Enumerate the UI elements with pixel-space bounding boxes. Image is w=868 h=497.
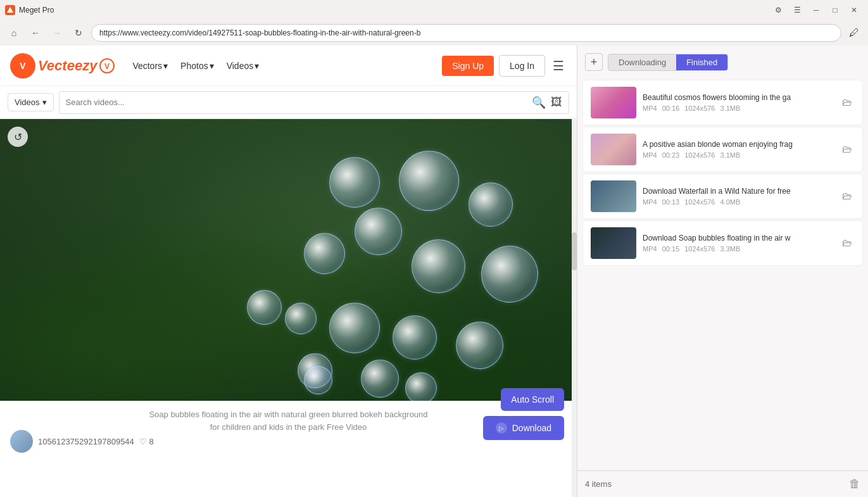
item-format: MP4: [643, 198, 657, 206]
hamburger-button[interactable]: ☰: [788, 4, 806, 16]
header-right: Sign Up Log In ☰: [442, 55, 567, 77]
main-layout: V Vecteezy V Vectors ▾ Photos ▾ Videos ▾: [0, 46, 868, 497]
item-folder-button[interactable]: 🗁: [840, 189, 855, 204]
bubble: [412, 239, 465, 293]
item-info: A positive asian blonde woman enjoying f…: [643, 140, 833, 159]
svg-text:V: V: [104, 62, 110, 71]
item-duration: 00:23: [662, 151, 680, 159]
maximize-button[interactable]: □: [826, 4, 844, 16]
item-resolution: 1024x576: [684, 151, 715, 159]
bubble: [399, 151, 459, 211]
search-input[interactable]: [66, 98, 527, 107]
site-header: V Vecteezy V Vectors ▾ Photos ▾ Videos ▾: [0, 46, 577, 86]
right-panel: + Downloading Finished Beautiful cosmos …: [577, 46, 868, 497]
item-format: MP4: [643, 245, 657, 253]
bubble: [285, 303, 317, 334]
login-button[interactable]: Log In: [499, 55, 545, 77]
back-button[interactable]: ←: [27, 24, 44, 42]
title-bar-left: Meget Pro: [5, 5, 54, 15]
video-frame[interactable]: ↺: [0, 119, 577, 401]
close-button[interactable]: ✕: [845, 4, 863, 16]
item-meta: MP4 00:15 1024x576 3.3MB: [643, 245, 833, 253]
bubble: [456, 322, 503, 369]
bubble: [304, 366, 332, 394]
tab-downloading[interactable]: Downloading: [608, 54, 676, 70]
download-button[interactable]: ▷ Download: [483, 416, 564, 440]
app-icon: [5, 5, 15, 15]
vectors-dropdown-icon: ▾: [163, 61, 168, 71]
item-resolution: 1024x576: [684, 245, 715, 253]
forward-button[interactable]: →: [48, 24, 66, 42]
scroll-thumb[interactable]: [572, 232, 577, 270]
svg-text:V: V: [20, 61, 26, 71]
trash-button[interactable]: 🗑: [849, 477, 860, 491]
menu-button[interactable]: ☰: [550, 56, 567, 76]
video-info: 105612375292197809544 ♡ 8: [10, 430, 154, 453]
logo-text: Vecteezy: [38, 58, 97, 74]
item-meta: MP4 00:23 1024x576 3.1MB: [643, 151, 833, 159]
tab-finished[interactable]: Finished: [676, 54, 727, 70]
item-duration: 00:15: [662, 245, 680, 253]
item-info: Download Waterfall in a Wild Nature for …: [643, 187, 833, 206]
address-bar[interactable]: https://www.vecteezy.com/video/14927511-…: [91, 24, 841, 42]
app-title: Meget Pro: [19, 6, 54, 15]
logo-icon: V: [10, 53, 35, 79]
like-count: ♡ 8: [139, 437, 154, 446]
thumb-image-bubbles: [591, 227, 636, 259]
home-button[interactable]: ⌂: [5, 24, 23, 42]
item-size: 3.3MB: [720, 245, 740, 253]
bubble: [329, 157, 380, 208]
item-duration: 00:16: [662, 104, 680, 112]
panel-footer: 4 items 🗑: [577, 470, 868, 497]
item-duration: 00:13: [662, 198, 680, 206]
search-bar: Videos ▾ 🔍 🖼: [0, 86, 577, 119]
bubble: [355, 208, 402, 255]
item-resolution: 1024x576: [684, 104, 715, 112]
download-item: Beautiful cosmos flowers blooming in the…: [582, 80, 863, 125]
item-size: 3.1MB: [720, 151, 740, 159]
panel-header: + Downloading Finished: [577, 46, 868, 76]
item-title: Beautiful cosmos flowers blooming in the…: [643, 93, 833, 102]
auto-scroll-button[interactable]: Auto Scroll: [501, 388, 564, 411]
item-folder-button[interactable]: 🗁: [840, 236, 855, 251]
item-resolution: 1024x576: [684, 198, 715, 206]
signup-button[interactable]: Sign Up: [442, 56, 494, 76]
item-meta: MP4 00:13 1024x576 4.0MB: [643, 198, 833, 206]
item-title: Download Soap bubbles floating in the ai…: [643, 234, 833, 242]
browser-chrome: ⌂ ← → ↻ https://www.vecteezy.com/video/1…: [0, 20, 868, 46]
settings-button[interactable]: ⚙: [769, 4, 787, 16]
item-size: 4.0MB: [720, 198, 740, 206]
replay-button[interactable]: ↺: [8, 127, 28, 147]
image-search-button[interactable]: 🖼: [551, 96, 562, 110]
refresh-button[interactable]: ↻: [70, 24, 87, 42]
bookmark-button[interactable]: 🖊: [845, 24, 863, 42]
add-button[interactable]: +: [585, 53, 603, 71]
item-folder-button[interactable]: 🗁: [840, 95, 855, 110]
search-icons: 🔍 🖼: [532, 96, 562, 110]
minimize-button[interactable]: ─: [807, 4, 825, 16]
video-area: ↺ Soap bubbles floating in the air with …: [0, 119, 577, 497]
nav-vectors[interactable]: Vectors ▾: [127, 58, 173, 73]
item-meta: MP4 00:16 1024x576 3.1MB: [643, 104, 833, 112]
thumb-image-waterfall: [591, 180, 636, 212]
download-icon: ▷: [496, 422, 507, 434]
action-buttons: Auto Scroll ▷ Download: [483, 388, 564, 440]
item-title: A positive asian blonde woman enjoying f…: [643, 140, 833, 149]
avatar: [10, 430, 33, 453]
item-folder-button[interactable]: 🗁: [840, 142, 855, 157]
logo[interactable]: V Vecteezy V: [10, 53, 115, 79]
bubble: [247, 290, 282, 325]
downloads-list: Beautiful cosmos flowers blooming in the…: [577, 76, 868, 470]
url-text: https://www.vecteezy.com/video/14927511-…: [99, 28, 833, 37]
nav-videos[interactable]: Videos ▾: [222, 58, 265, 73]
video-background: [0, 119, 577, 401]
nav-photos[interactable]: Photos ▾: [175, 58, 219, 73]
window-controls: ⚙ ☰ ─ □ ✕: [769, 4, 863, 16]
search-input-wrap: 🔍 🖼: [59, 91, 569, 114]
search-button[interactable]: 🔍: [532, 96, 546, 110]
item-thumbnail: [591, 180, 636, 212]
bubble: [469, 182, 513, 227]
scrollbar[interactable]: [572, 119, 577, 497]
search-type-select[interactable]: Videos ▾: [8, 93, 54, 111]
item-thumbnail: [591, 227, 636, 259]
